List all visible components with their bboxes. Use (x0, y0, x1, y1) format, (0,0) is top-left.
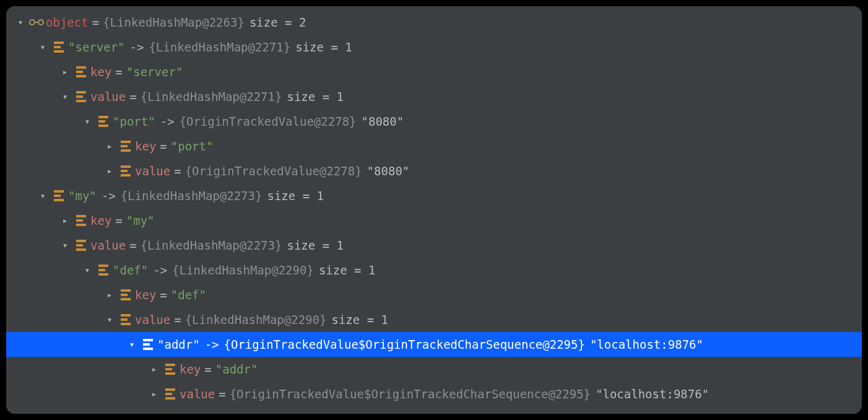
value-sizeinfo: size = 1 (290, 40, 352, 54)
tree-row-14[interactable]: ▸key="addr" (6, 357, 862, 382)
value-eq: = (111, 214, 126, 227)
chevron-right-icon[interactable]: ▸ (103, 141, 116, 152)
tree-row-10[interactable]: ▾"def"->{LinkedHashMap@2290} size = 1 (6, 258, 862, 282)
value-strval: "port" (113, 115, 155, 128)
tree-row-8[interactable]: ▸key="my" (6, 208, 862, 233)
value-typeinfo: {LinkedHashMap@2290} (172, 263, 314, 277)
tree-row-5[interactable]: ▸key="port" (6, 134, 862, 159)
watch-glasses-icon (27, 19, 46, 25)
value-sizeinfo: size = 1 (282, 238, 344, 252)
value-typeinfo: {LinkedHashMap@2271} (149, 40, 290, 54)
map-entry-icon (116, 314, 135, 325)
value-strval: "def" (113, 263, 148, 277)
chevron-down-icon[interactable]: ▾ (103, 314, 116, 325)
value-fieldname: key (135, 139, 156, 153)
tree-row-12[interactable]: ▾value={LinkedHashMap@2290} size = 1 (6, 307, 862, 332)
value-eq: = (156, 288, 170, 302)
chevron-down-icon[interactable]: ▾ (125, 339, 139, 350)
tree-row-6[interactable]: ▸value={OriginTrackedValue@2278} "8080" (6, 159, 862, 183)
value-fieldname: key (90, 214, 111, 227)
value-strval: "port" (171, 139, 214, 153)
value-typeinfo: {OriginTrackedValue$OriginTrackedCharSeq… (230, 387, 591, 401)
map-entry-icon (116, 165, 135, 177)
map-entry-icon (72, 215, 90, 226)
chevron-right-icon[interactable]: ▸ (58, 66, 72, 77)
value-arrow: -> (97, 189, 121, 203)
value-eq: = (111, 65, 126, 79)
tree-row-9[interactable]: ▾value={LinkedHashMap@2273} size = 1 (6, 233, 862, 258)
value-typeinfo: {OriginTrackedValue$OriginTrackedCharSeq… (224, 338, 585, 351)
value-fieldname: value (135, 313, 170, 326)
value-strval: "my" (68, 189, 97, 203)
chevron-down-icon[interactable]: ▾ (58, 240, 72, 251)
value-eq: = (170, 164, 184, 178)
value-sizeinfo: size = 1 (326, 313, 388, 326)
value-fieldname: value (90, 90, 126, 103)
tree-row-0[interactable]: ▾object={LinkedHashMap@2263} size = 2 (6, 10, 862, 35)
value-strval: "server" (68, 40, 125, 54)
map-entry-icon (72, 66, 90, 77)
chevron-down-icon[interactable]: ▾ (80, 265, 94, 276)
value-sizeinfo: size = 1 (314, 263, 376, 277)
map-entry-icon (94, 265, 113, 276)
tree-row-3[interactable]: ▾value={LinkedHashMap@2271} size = 1 (6, 84, 862, 109)
value-fieldname: value (135, 164, 170, 178)
chevron-right-icon[interactable]: ▸ (147, 388, 161, 400)
value-typeinfo: {OriginTrackedValue@2278} (185, 164, 362, 178)
map-entry-icon (72, 240, 90, 251)
map-entry-icon (94, 116, 113, 127)
map-entry-icon (161, 364, 180, 375)
value-eq: = (89, 15, 103, 29)
value-sizeinfo: "8080" (357, 115, 404, 128)
map-entry-icon (139, 339, 157, 350)
value-strval: "def" (171, 288, 206, 302)
tree-row-2[interactable]: ▸key="server" (6, 59, 862, 84)
value-sizeinfo: "8080" (362, 164, 410, 178)
chevron-down-icon[interactable]: ▾ (14, 17, 27, 28)
value-sizeinfo: "localhost:9876" (591, 387, 709, 401)
tree-row-11[interactable]: ▸key="def" (6, 282, 862, 307)
chevron-right-icon[interactable]: ▸ (58, 215, 72, 226)
value-eq: = (170, 313, 184, 326)
value-eq: = (156, 139, 170, 153)
value-typeinfo: {LinkedHashMap@2290} (185, 313, 327, 326)
value-fieldname: key (90, 65, 111, 79)
chevron-right-icon[interactable]: ▸ (147, 364, 161, 375)
value-sizeinfo: size = 1 (262, 189, 324, 203)
value-strval: "my" (126, 214, 155, 227)
tree-row-4[interactable]: ▾"port"->{OriginTrackedValue@2278} "8080… (6, 109, 862, 134)
value-eq: = (201, 362, 215, 376)
chevron-down-icon[interactable]: ▾ (36, 190, 50, 201)
map-entry-icon (116, 289, 135, 300)
map-entry-icon (50, 190, 68, 201)
map-entry-icon (161, 388, 180, 400)
map-entry-icon (116, 141, 135, 152)
value-sizeinfo: size = 1 (282, 90, 344, 103)
value-strval: "server" (126, 65, 183, 79)
value-fieldname: value (180, 387, 215, 401)
chevron-right-icon[interactable]: ▸ (103, 165, 116, 177)
tree-row-15[interactable]: ▸value={OriginTrackedValue$OriginTracked… (6, 382, 862, 406)
tree-row-7[interactable]: ▾"my"->{LinkedHashMap@2273} size = 1 (6, 183, 862, 208)
value-typeinfo: {OriginTrackedValue@2278} (180, 115, 357, 128)
value-arrow: -> (148, 263, 172, 277)
value-varname: object (46, 15, 89, 29)
value-typeinfo: {LinkedHashMap@2273} (121, 189, 263, 203)
debugger-variables-panel[interactable]: ▾object={LinkedHashMap@2263} size = 2▾"s… (6, 6, 862, 414)
value-eq: = (126, 238, 140, 252)
chevron-down-icon[interactable]: ▾ (36, 42, 50, 53)
chevron-down-icon[interactable]: ▾ (58, 91, 72, 102)
value-sizeinfo: size = 2 (245, 15, 306, 29)
value-fieldname: value (90, 238, 126, 252)
value-typeinfo: {LinkedHashMap@2263} (103, 15, 245, 29)
chevron-down-icon[interactable]: ▾ (80, 116, 94, 127)
tree-row-1[interactable]: ▾"server"->{LinkedHashMap@2271} size = 1 (6, 35, 862, 59)
map-entry-icon (50, 42, 68, 53)
value-strval: "addr" (157, 338, 200, 351)
value-typeinfo: {LinkedHashMap@2273} (141, 238, 282, 252)
value-eq: = (126, 90, 140, 103)
value-arrow: -> (155, 115, 180, 128)
value-arrow: -> (200, 338, 224, 351)
tree-row-13[interactable]: ▾"addr"->{OriginTrackedValue$OriginTrack… (6, 332, 862, 357)
chevron-right-icon[interactable]: ▸ (103, 289, 116, 300)
